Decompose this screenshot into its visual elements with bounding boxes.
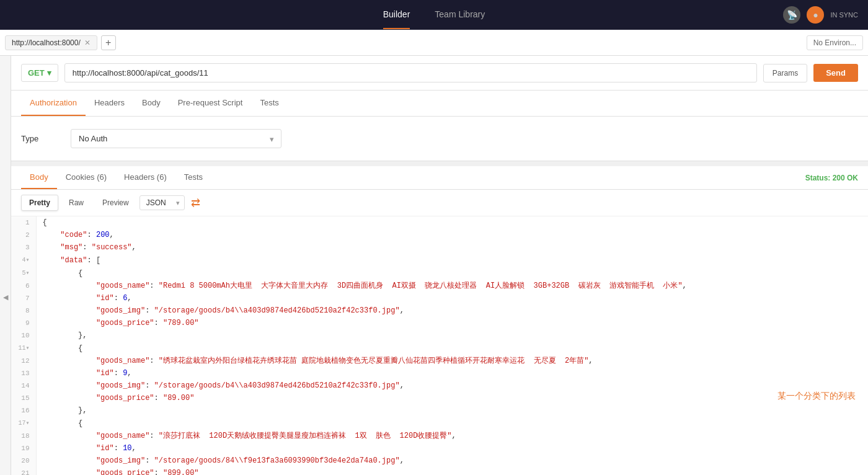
json-format-wrapper: JSON XML Text — [140, 195, 185, 210]
auth-section: Type No Auth — [11, 117, 868, 161]
top-nav-tabs: Builder Team Library — [383, 1, 485, 29]
table-row: 19 "id": 10, — [11, 442, 868, 455]
params-button[interactable]: Params — [763, 64, 807, 82]
method-chevron-icon: ▾ — [47, 68, 51, 78]
response-tab-bar: Body Cookies (6) Headers (6) Tests Statu… — [11, 166, 868, 190]
code-table: 1{2 "code": 200,3 "msg": "success",4▾ "d… — [11, 216, 868, 475]
table-row: 17▾ { — [11, 417, 868, 430]
tab-tests[interactable]: Tests — [251, 91, 287, 116]
json-format-select[interactable]: JSON XML Text — [140, 195, 185, 210]
satellite-icon: 📡 — [783, 6, 800, 24]
main-content: GET ▾ Params Send Authorization Headers … — [11, 56, 868, 475]
tab-builder[interactable]: Builder — [383, 1, 410, 29]
table-row: 3 "msg": "success", — [11, 241, 868, 254]
table-row: 20 "goods_img": "/storage/goods/84\\f9e1… — [11, 455, 868, 467]
table-row: 11▾ { — [11, 342, 868, 355]
top-nav-right: 📡 ● IN SYNC — [783, 0, 858, 30]
table-row: 4▾ "data": [ — [11, 254, 868, 267]
tab-headers[interactable]: Headers — [86, 91, 133, 116]
method-label: GET — [28, 68, 45, 78]
table-row: 1{ — [11, 216, 868, 229]
fold-indicator[interactable]: 17▾ — [18, 420, 29, 427]
top-nav: Builder Team Library 📡 ● IN SYNC — [0, 0, 868, 30]
status-badge: Status: 200 OK — [805, 174, 858, 182]
annotation-text: 某一个分类下的列表 — [777, 390, 856, 402]
auth-select-wrapper: No Auth — [71, 129, 281, 148]
auth-type-label: Type — [21, 134, 58, 143]
response-toolbar: Pretty Raw Preview JSON XML Text ⇄ — [11, 190, 868, 216]
request-tabs: Authorization Headers Body Pre-request S… — [11, 91, 868, 117]
sidebar-collapse-button[interactable]: ◀ — [0, 56, 11, 475]
response-tab-body[interactable]: Body — [21, 166, 57, 189]
fold-indicator[interactable]: 11▾ — [18, 345, 29, 352]
tab-bar: http://localhost:8000/ ✕ + No Environ... — [0, 30, 868, 56]
table-row: 16 }, — [11, 404, 868, 417]
request-row: GET ▾ Params Send — [11, 56, 868, 91]
tab-authorization[interactable]: Authorization — [21, 91, 86, 116]
method-selector[interactable]: GET ▾ — [21, 64, 58, 82]
close-tab-button[interactable]: ✕ — [84, 38, 91, 47]
format-pretty-button[interactable]: Pretty — [21, 195, 58, 211]
table-row: 14 "goods_img": "/storage/goods/b4\\a403… — [11, 380, 868, 392]
format-raw-button[interactable]: Raw — [61, 195, 92, 211]
auth-type-select[interactable]: No Auth — [71, 129, 281, 148]
fold-indicator[interactable]: 5▾ — [22, 270, 29, 277]
response-tab-tests[interactable]: Tests — [175, 166, 211, 189]
table-row: 12 "goods_name": "绣球花盆栽室内外阳台绿植花卉绣球花苗 庭院地… — [11, 355, 868, 367]
tab-pre-request[interactable]: Pre-request Script — [169, 91, 252, 116]
tab-team-library[interactable]: Team Library — [435, 1, 485, 29]
table-row: 18 "goods_name": "浪莎打底袜 120D天鹅绒收腰提臀美腿显瘦加… — [11, 430, 868, 442]
sync-label: IN SYNC — [830, 11, 858, 19]
response-tab-cookies[interactable]: Cookies (6) — [57, 166, 115, 189]
wrap-icon[interactable]: ⇄ — [191, 196, 200, 210]
main-layout: ◀ GET ▾ Params Send Authorization Header… — [0, 56, 868, 475]
user-avatar: ● — [807, 6, 824, 24]
send-button[interactable]: Send — [813, 64, 858, 82]
format-preview-button[interactable]: Preview — [94, 195, 137, 211]
table-row: 15 "goods_price": "89.00" — [11, 392, 868, 404]
response-tab-headers[interactable]: Headers (6) — [115, 166, 175, 189]
table-row: 13 "id": 9, — [11, 367, 868, 380]
request-tab[interactable]: http://localhost:8000/ ✕ — [5, 35, 97, 50]
code-area: 某一个分类下的列表 1{2 "code": 200,3 "msg": "succ… — [11, 216, 868, 475]
table-row: 6 "goods_name": "Redmi 8 5000mAh大电里 大字体大… — [11, 280, 868, 292]
table-row: 8 "goods_img": "/storage/goods/b4\\a403d… — [11, 304, 868, 317]
add-tab-button[interactable]: + — [101, 35, 116, 50]
table-row: 10 }, — [11, 329, 868, 342]
table-row: 9 "goods_price": "789.00" — [11, 317, 868, 329]
table-row: 5▾ { — [11, 267, 868, 280]
table-row: 21 "goods_price": "899.00" — [11, 467, 868, 475]
request-tab-label: http://localhost:8000/ — [12, 38, 81, 47]
fold-indicator[interactable]: 4▾ — [22, 257, 29, 264]
table-row: 7 "id": 6, — [11, 292, 868, 304]
tab-body[interactable]: Body — [133, 91, 169, 116]
table-row: 2 "code": 200, — [11, 229, 868, 241]
url-input[interactable] — [64, 63, 757, 82]
env-selector[interactable]: No Environ... — [807, 35, 863, 50]
